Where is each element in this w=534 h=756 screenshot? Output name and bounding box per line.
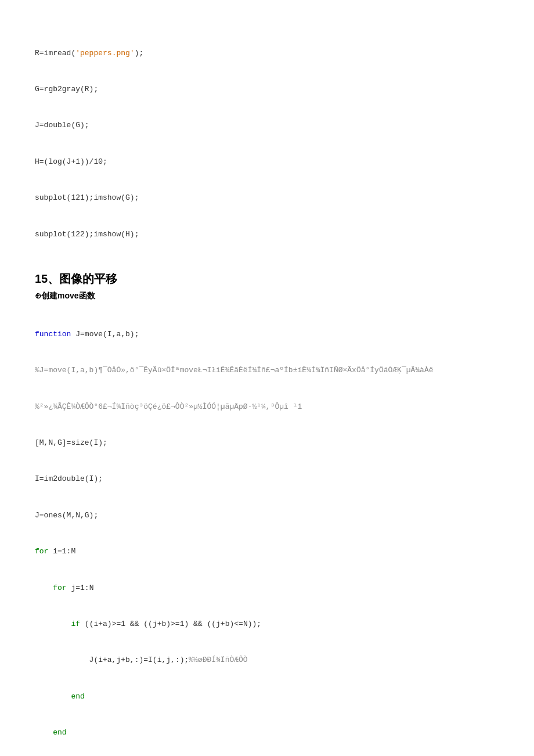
code-section-1: R=imread('peppers.png'); G=rgb2gray(R); … <box>35 23 499 265</box>
code-line: I=im2double(I); <box>35 473 499 485</box>
code-line: function J=move(I,a,b); <box>35 329 499 341</box>
code-line: R=imread('peppers.png'); <box>35 48 499 60</box>
code-line: J=double(G); <box>35 120 499 132</box>
heading-15: 15、图像的平移 <box>35 271 499 287</box>
main-content: R=imread('peppers.png'); G=rgb2gray(R); … <box>35 23 499 756</box>
code-line: G=rgb2gray(R); <box>35 84 499 96</box>
code-line: subplot(122);imshow(H); <box>35 229 499 241</box>
code-line: %J=move(I,a,b)¶¯ÒåÓ»,ö°¯ÊyÃû×ÔÎªmoveŁ¬Ił… <box>35 365 499 377</box>
code-line: for i=1:M <box>35 546 499 558</box>
code-section-move-function: function J=move(I,a,b); %J=move(I,a,b)¶¯… <box>35 304 499 756</box>
subheading-create-move: ⊕创建move函数 <box>35 289 499 302</box>
code-line: subplot(121);imshow(G); <box>35 192 499 204</box>
code-line: %²»¿¾ÃÇÊ¾ÒÆÔÒ°6£¬Í¾Ïñòç³öÇé¿ö£¬ÔÒ²»µ½ÌÓÓ… <box>35 401 499 413</box>
code-line: for j=1:N <box>35 582 499 595</box>
code-line: J(i+a,j+b,:)=I(i,j,:);%½øÐÐÍ¾ÏñÒÆÔÒ <box>35 654 499 667</box>
code-line: [M,N,G]=size(I); <box>35 437 499 449</box>
code-line: end <box>35 727 499 739</box>
code-line: end <box>35 691 499 703</box>
code-line: J=ones(M,N,G); <box>35 510 499 522</box>
code-line: if ((i+a)>=1 && ((j+b)>=1) && ((j+b)<=N)… <box>35 618 499 631</box>
code-line: H=(log(J+1))/10; <box>35 156 499 168</box>
